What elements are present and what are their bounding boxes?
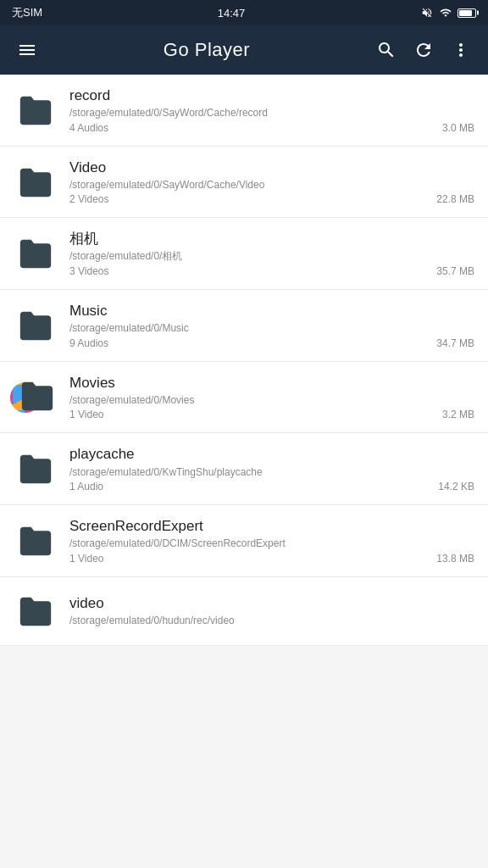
folder-item[interactable]: Music /storage/emulated/0/Music 9 Audios…: [0, 290, 488, 362]
folder-path: /storage/emulated/0/Music: [69, 322, 474, 336]
mute-icon: [420, 6, 434, 19]
folder-count: 1 Video: [69, 409, 103, 420]
folder-list: record /storage/emulated/0/SayWord/Cache…: [0, 75, 488, 646]
folder-name: 相机: [69, 230, 474, 248]
menu-icon: [17, 40, 37, 60]
folder-path: /storage/emulated/0/SayWord/Cache/Video: [69, 179, 474, 192]
more-icon: [451, 40, 471, 60]
search-button[interactable]: [368, 31, 405, 69]
battery-icon: [458, 8, 476, 18]
wifi-icon: [439, 6, 452, 19]
carrier-text: 无SIM: [12, 5, 42, 20]
folder-item[interactable]: 相机 /storage/emulated/0/相机 3 Videos 35.7 …: [0, 218, 488, 290]
menu-button[interactable]: [8, 31, 46, 69]
folder-icon: [14, 589, 58, 633]
search-icon: [376, 40, 396, 60]
folder-icon: [14, 231, 58, 275]
refresh-icon: [413, 40, 434, 60]
folder-item[interactable]: ScreenRecordExpert /storage/emulated/0/D…: [0, 505, 488, 577]
folder-meta: 2 Videos 22.8 MB: [69, 193, 474, 205]
folder-name: Video: [69, 159, 474, 177]
folder-info: Video /storage/emulated/0/SayWord/Cache/…: [58, 159, 474, 206]
folder-svg: [19, 379, 56, 413]
folder-name: Movies: [69, 374, 474, 392]
more-button[interactable]: [442, 31, 480, 69]
folder-size: 13.8 MB: [436, 553, 474, 565]
folder-count: 1 Video: [69, 553, 103, 565]
folder-info: Music /storage/emulated/0/Music 9 Audios…: [58, 302, 474, 349]
folder-svg: [17, 452, 54, 486]
status-icons: [420, 6, 476, 19]
folder-size: 14.2 KB: [438, 481, 474, 492]
folder-meta: 1 Video 13.8 MB: [69, 553, 474, 565]
folder-icon: [14, 160, 58, 204]
folder-name: playcache: [69, 445, 474, 464]
folder-icon: [14, 519, 58, 563]
folder-item[interactable]: Video /storage/emulated/0/SayWord/Cache/…: [0, 147, 488, 219]
folder-item[interactable]: record /storage/emulated/0/SayWord/Cache…: [0, 75, 488, 147]
folder-svg: [17, 309, 54, 342]
folder-icon: [14, 376, 58, 420]
folder-count: 2 Videos: [69, 193, 108, 205]
folder-meta: 9 Audios 34.7 MB: [69, 337, 474, 349]
folder-path: /storage/emulated/0/SayWord/Cache/record: [69, 107, 474, 120]
folder-path: /storage/emulated/0/Movies: [69, 394, 474, 408]
folder-path: /storage/emulated/0/KwTingShu/playcache: [69, 466, 474, 480]
folder-size: 3.0 MB: [442, 122, 474, 134]
folder-svg: [17, 93, 54, 127]
status-bar: 无SIM 14:47: [0, 0, 488, 25]
folder-size: 3.2 MB: [442, 409, 474, 420]
folder-name: ScreenRecordExpert: [69, 517, 474, 536]
app-bar: Go Player: [0, 25, 488, 75]
folder-size: 35.7 MB: [436, 265, 474, 277]
app-title: Go Player: [46, 39, 368, 61]
folder-meta: 4 Audios 3.0 MB: [69, 122, 474, 134]
folder-info: 相机 /storage/emulated/0/相机 3 Videos 35.7 …: [58, 230, 474, 277]
folder-name: video: [69, 594, 474, 613]
folder-info: record /storage/emulated/0/SayWord/Cache…: [58, 86, 474, 134]
folder-name: record: [69, 86, 474, 105]
folder-count: 9 Audios: [69, 337, 108, 349]
folder-info: Movies /storage/emulated/0/Movies 1 Vide…: [58, 374, 474, 421]
folder-item[interactable]: video /storage/emulated/0/hudun/rec/vide…: [0, 577, 488, 646]
folder-size: 34.7 MB: [436, 337, 474, 349]
refresh-button[interactable]: [405, 31, 442, 69]
folder-info: playcache /storage/emulated/0/KwTingShu/…: [58, 445, 474, 492]
folder-icon: [14, 88, 58, 132]
folder-count: 1 Audio: [69, 481, 103, 492]
folder-meta: 1 Audio 14.2 KB: [69, 481, 474, 492]
time-text: 14:47: [218, 7, 246, 19]
folder-item[interactable]: playcache /storage/emulated/0/KwTingShu/…: [0, 433, 488, 505]
folder-meta: 1 Video 3.2 MB: [69, 409, 474, 420]
folder-path: /storage/emulated/0/DCIM/ScreenRecordExp…: [69, 537, 474, 551]
folder-meta: 3 Videos 35.7 MB: [69, 265, 474, 277]
folder-count: 3 Videos: [69, 265, 108, 277]
folder-info: ScreenRecordExpert /storage/emulated/0/D…: [58, 517, 474, 565]
folder-svg: [17, 165, 54, 199]
folder-size: 22.8 MB: [436, 193, 474, 205]
folder-name: Music: [69, 302, 474, 320]
folder-path: /storage/emulated/0/相机: [69, 250, 474, 264]
folder-item[interactable]: Movies /storage/emulated/0/Movies 1 Vide…: [0, 362, 488, 434]
folder-svg: [17, 594, 54, 628]
folder-path: /storage/emulated/0/hudun/rec/video: [69, 615, 474, 628]
folder-count: 4 Audios: [69, 122, 108, 134]
folder-icon: [14, 447, 58, 491]
folder-info: video /storage/emulated/0/hudun/rec/vide…: [58, 594, 474, 628]
folder-svg: [17, 524, 54, 558]
folder-icon: [14, 303, 58, 348]
folder-svg: [17, 236, 54, 270]
